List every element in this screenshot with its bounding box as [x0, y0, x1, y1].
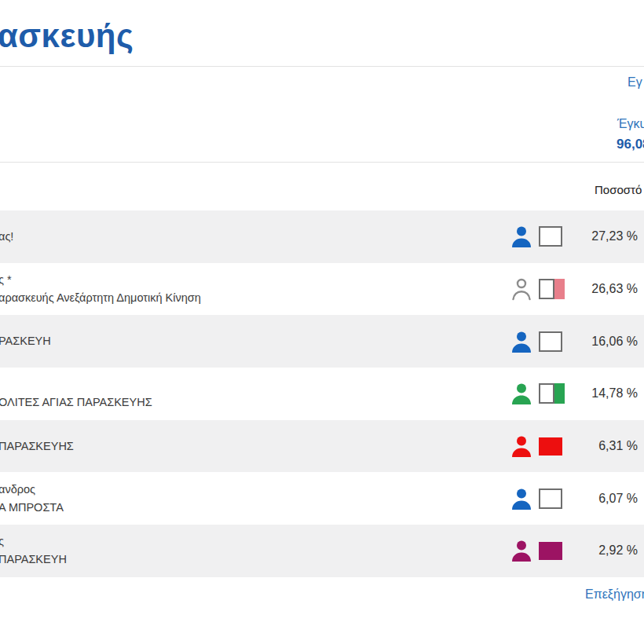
candidate-name-fragment	[0, 375, 509, 393]
result-row[interactable]: ς *αρασκευής Ανεξάρτητη Δημοτική Κίνηση2…	[0, 263, 644, 316]
candidate-label: ςΠΑΡΑΣΚΕΥΗ	[0, 532, 509, 569]
candidate-indicator	[509, 487, 562, 510]
results-table: ας!27,23 %ς *αρασκευής Ανεξάρτητη Δημοτι…	[0, 210, 644, 577]
candidate-indicator	[509, 225, 562, 248]
candidate-indicator	[509, 539, 562, 562]
candidate-label: ΟΛΙΤΕΣ ΑΓΙΑΣ ΠΑΡΑΣΚΕΥΗΣ	[0, 375, 509, 412]
candidate-name-fragment: ας!	[0, 228, 509, 246]
title-divider	[0, 66, 644, 67]
percent-column-header: Ποσοστό	[595, 183, 642, 196]
page-title: ασκευής	[0, 17, 134, 55]
candidate-indicator	[509, 330, 562, 353]
party-color-swatch	[539, 488, 562, 509]
candidate-label: ΡΑΣΚΕΥΗ	[0, 332, 509, 350]
person-icon	[509, 225, 534, 248]
result-row[interactable]: ςΠΑΡΑΣΚΕΥΗ2,92 %	[0, 525, 644, 577]
party-color-swatch	[539, 279, 565, 299]
percentage-value: 2,92 %	[562, 543, 644, 558]
party-color-swatch	[539, 383, 565, 404]
candidate-name-fragment: ανδρος	[0, 481, 509, 499]
result-row[interactable]: ΡΑΣΚΕΥΗ16,06 %	[0, 315, 644, 368]
top-right-link[interactable]: Εγ	[628, 75, 642, 90]
person-icon	[509, 539, 534, 562]
valid-votes-label: Έγκυρα	[617, 117, 644, 131]
stats-divider	[0, 162, 644, 163]
candidate-indicator	[509, 277, 562, 301]
candidate-name-fragment: ΡΑΣΚΕΥΗ	[0, 332, 509, 350]
party-name-fragment: αρασκευής Ανεξάρτητη Δημοτική Κίνηση	[0, 289, 509, 307]
percentage-value: 6,07 %	[562, 492, 644, 506]
candidate-label: ας!	[0, 228, 509, 246]
percentage-value: 26,63 %	[562, 282, 644, 296]
person-icon	[509, 330, 534, 353]
percentage-value: 14,78 %	[562, 386, 644, 401]
percentage-value: 6,31 %	[562, 439, 644, 453]
party-name-fragment: Α ΜΠΡΟΣΤΑ	[0, 499, 509, 517]
candidate-label: ς *αρασκευής Ανεξάρτητη Δημοτική Κίνηση	[0, 271, 509, 307]
party-color-swatch	[539, 437, 562, 456]
result-row[interactable]: ας!27,23 %	[0, 210, 644, 263]
party-color-swatch	[539, 542, 562, 560]
party-color-swatch	[539, 331, 562, 352]
explanation-link[interactable]: Επεξήγηση	[585, 587, 644, 602]
candidate-name-fragment: ς	[0, 532, 509, 551]
party-name-fragment: ΠΑΡΑΣΚΕΥΗ	[0, 551, 509, 569]
party-name-fragment: ΟΛΙΤΕΣ ΑΓΙΑΣ ΠΑΡΑΣΚΕΥΗΣ	[0, 393, 509, 412]
percentage-value: 27,23 %	[562, 229, 644, 243]
percentage-value: 16,06 %	[562, 335, 644, 349]
candidate-label: ανδροςΑ ΜΠΡΟΣΤΑ	[0, 481, 509, 517]
person-icon	[509, 382, 534, 405]
valid-votes-percentage: 96,08 %	[617, 137, 644, 152]
candidate-name-fragment: ΠΑΡΑΣΚΕΥΗΣ	[0, 437, 509, 456]
result-row[interactable]: ανδροςΑ ΜΠΡΟΣΤΑ6,07 %	[0, 472, 644, 525]
person-icon	[509, 277, 534, 301]
result-row[interactable]: ΟΛΙΤΕΣ ΑΓΙΑΣ ΠΑΡΑΣΚΕΥΗΣ14,78 %	[0, 368, 644, 420]
party-color-swatch	[539, 226, 562, 247]
person-icon	[509, 434, 534, 458]
candidate-indicator	[509, 434, 562, 458]
person-icon	[509, 487, 534, 510]
candidate-name-fragment: ς *	[0, 271, 509, 289]
election-results-page: ασκευής Εγ Έγκυρα 96,08 % Ποσοστό ας!27,…	[0, 0, 644, 644]
candidate-label: ΠΑΡΑΣΚΕΥΗΣ	[0, 437, 509, 456]
candidate-indicator	[509, 382, 562, 405]
result-row[interactable]: ΠΑΡΑΣΚΕΥΗΣ6,31 %	[0, 420, 644, 473]
